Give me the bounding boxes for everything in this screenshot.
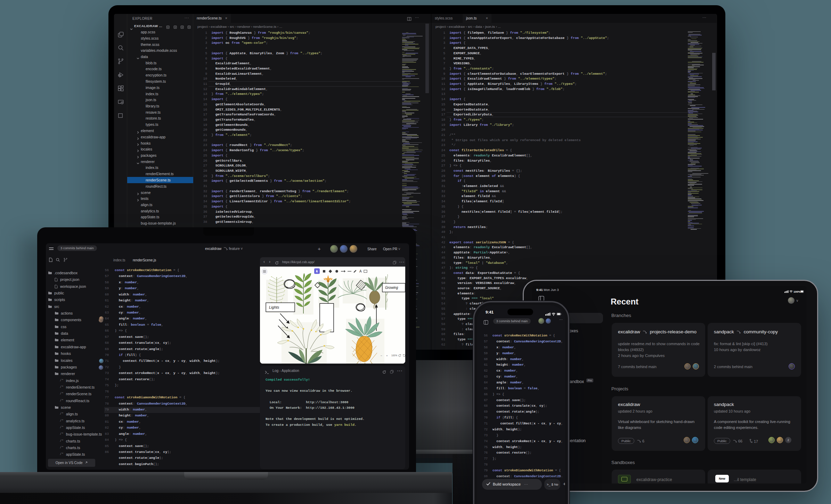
svg-text:100%: 100% [793,290,800,293]
svg-text:Growing: Growing [385,286,398,290]
svg-text:+: + [386,354,388,357]
svg-text:100%: 100% [391,354,397,357]
svg-text:A: A [359,269,362,273]
svg-text:−: − [381,354,382,357]
svg-text:Lights: Lights [269,305,279,309]
